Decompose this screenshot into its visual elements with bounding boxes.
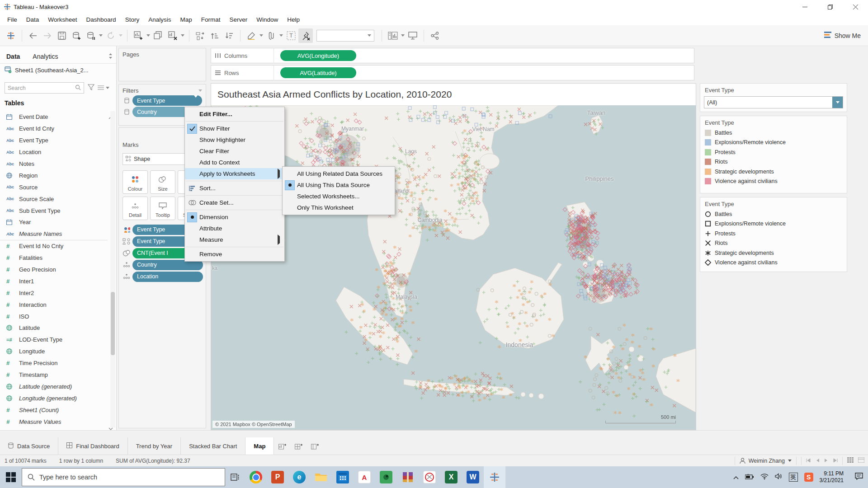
field-item[interactable]: Latitude — [0, 322, 108, 334]
last-sheet-icon[interactable] — [833, 458, 838, 464]
presentation-mode-icon[interactable] — [406, 28, 420, 43]
redo-icon[interactable] — [40, 28, 55, 43]
minimize-button[interactable] — [792, 0, 817, 14]
taskbar-app-explorer[interactable] — [310, 466, 332, 488]
field-item[interactable]: Abc Event Type — [0, 135, 108, 146]
first-sheet-icon[interactable] — [806, 458, 811, 464]
pause-updates-caret[interactable] — [98, 28, 104, 43]
field-item[interactable]: Abc Measure Names — [0, 228, 108, 240]
language-indicator[interactable]: 英 — [789, 473, 798, 482]
menu-story[interactable]: Story — [121, 14, 144, 25]
show-cards-caret[interactable] — [400, 28, 406, 43]
field-item[interactable]: =# LOD-Event Type — [0, 334, 108, 346]
field-item[interactable]: # Time Precision — [0, 357, 108, 369]
field-item[interactable]: Event Date — [0, 111, 108, 123]
field-item[interactable]: Longitude (generated) — [0, 392, 108, 404]
duplicate-icon[interactable] — [151, 28, 165, 43]
fields-scrollbar-thumb[interactable] — [111, 292, 115, 355]
columns-pill[interactable]: AVG(Longitude) — [280, 50, 356, 61]
taskbar-app-calendar[interactable] — [332, 466, 354, 488]
data-source-item[interactable]: Sheet1 (Southeast-Asia_2... — [5, 66, 113, 75]
shape-legend-item[interactable]: Battles — [700, 209, 847, 219]
taskbar-app-word[interactable]: W — [462, 466, 484, 488]
marks-tooltip-button[interactable]: Tooltip — [150, 197, 175, 220]
field-item[interactable]: Latitude (generated) — [0, 380, 108, 392]
menu-item-clear-filter[interactable]: Clear Filter — [185, 145, 284, 157]
columns-shelf[interactable]: Columns AVG(Longitude) — [211, 48, 694, 63]
marks-pill[interactable]: Location — [132, 272, 203, 282]
refresh-caret[interactable] — [118, 28, 123, 43]
tableau-home-icon[interactable] — [4, 28, 18, 43]
volume-icon[interactable] — [775, 473, 783, 481]
new-story-button[interactable] — [307, 437, 323, 455]
field-item[interactable]: # Timestamp — [0, 369, 108, 381]
menu-item-create-set[interactable]: Create Set... — [185, 197, 284, 208]
taskbar-app-winrar[interactable] — [397, 466, 419, 488]
menu-item-sort[interactable]: Sort... — [185, 183, 284, 194]
view-options-icon[interactable] — [98, 85, 109, 90]
shape-legend-item[interactable]: Protests — [700, 229, 847, 239]
field-item[interactable]: Abc Location — [0, 146, 108, 158]
field-item[interactable]: Abc Event Id Cnty — [0, 123, 108, 135]
group-members-caret[interactable] — [278, 28, 284, 43]
marks-detail-button[interactable]: Detail — [123, 197, 148, 220]
swap-axes-icon[interactable] — [193, 28, 208, 43]
maximize-button[interactable] — [817, 0, 843, 14]
clear-sheet-caret[interactable] — [180, 28, 185, 43]
field-item[interactable]: # Geo Precision — [0, 264, 108, 276]
sheet-tab-map[interactable]: Map — [245, 437, 274, 455]
filter-pill[interactable]: Event Type — [132, 95, 202, 106]
field-item[interactable]: Abc Sub Event Type — [0, 205, 108, 216]
menu-server[interactable]: Server — [225, 14, 252, 25]
task-view-icon[interactable] — [225, 466, 245, 488]
field-item[interactable]: # Event Id No Cnty — [0, 240, 108, 252]
menu-item-add-to-context[interactable]: Add to Context — [185, 157, 284, 168]
new-data-source-icon[interactable] — [69, 28, 84, 43]
show-cards-icon[interactable] — [386, 28, 400, 43]
menu-dashboard[interactable]: Dashboard — [82, 14, 121, 25]
taskbar-app-chrome[interactable] — [245, 466, 267, 488]
taskbar-app-snip[interactable] — [419, 466, 440, 488]
menu-item-only-this-worksheet[interactable]: Only This Worksheet — [283, 202, 395, 213]
quick-filter-dropdown[interactable]: (All) — [704, 96, 843, 108]
dropdown-caret-icon[interactable] — [832, 97, 843, 108]
sheet-tab-stacked-bar-chart[interactable]: Stacked Bar Chart — [181, 437, 245, 455]
shape-legend-item[interactable]: Violence against civilians — [700, 258, 847, 268]
show-tabs-icon[interactable] — [858, 457, 864, 464]
show-me-button[interactable]: Show Me — [824, 32, 861, 39]
menu-item-all-using-this-data-source[interactable]: All Using This Data Source — [283, 179, 395, 191]
marks-colour-button[interactable]: Colour — [123, 170, 148, 194]
rows-shelf[interactable]: Rows AVG(Latitude) — [211, 65, 694, 80]
field-item[interactable]: # Interaction — [0, 299, 108, 310]
refresh-icon[interactable] — [104, 28, 118, 43]
taskbar-app-acrobat[interactable]: A — [354, 466, 375, 488]
share-icon[interactable] — [428, 28, 442, 43]
taskbar-app-notes[interactable] — [375, 466, 397, 488]
field-filter-icon[interactable] — [88, 84, 94, 93]
sort-descending-icon[interactable] — [222, 28, 236, 43]
field-item[interactable]: # Measure Values — [0, 416, 108, 427]
menu-help[interactable]: Help — [283, 14, 304, 25]
menu-item-edit-filter[interactable]: Edit Filter... — [185, 108, 284, 120]
menu-item-show-highlighter[interactable]: Show Highlighter — [185, 134, 284, 145]
wifi-icon[interactable] — [760, 473, 769, 481]
field-item[interactable]: # ISO — [0, 310, 108, 322]
fix-axes-icon[interactable] — [298, 28, 313, 43]
taskbar-app-powerpoint[interactable]: P — [267, 466, 288, 488]
next-sheet-icon[interactable] — [824, 458, 828, 464]
marks-size-button[interactable]: Size — [150, 170, 175, 194]
menu-item-attribute[interactable]: Attribute — [185, 223, 284, 234]
signed-in-user[interactable]: Weimin Zhang — [740, 458, 792, 464]
menu-data[interactable]: Data — [22, 14, 44, 25]
shape-legend-item[interactable]: Riots — [700, 239, 847, 249]
menu-format[interactable]: Format — [197, 14, 225, 25]
taskbar-clock[interactable]: 9:11 PM 3/21/2021 — [820, 470, 844, 484]
menu-item-selected-worksheets[interactable]: Selected Worksheets... — [283, 191, 395, 202]
undo-icon[interactable] — [26, 28, 40, 43]
pane-splitter-icon[interactable] — [108, 52, 113, 61]
menu-item-dimension[interactable]: Dimension — [185, 211, 284, 223]
rows-pill[interactable]: AVG(Latitude) — [280, 67, 356, 78]
field-item[interactable]: Abc Source — [0, 181, 108, 193]
pause-updates-icon[interactable] — [84, 28, 98, 43]
menu-file[interactable]: File — [3, 14, 22, 25]
